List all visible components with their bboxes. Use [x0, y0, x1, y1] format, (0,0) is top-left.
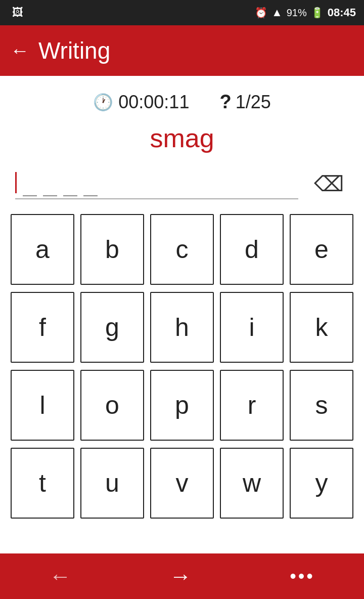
status-icons: ⏰ ▲ 91% 🔋 08:45	[255, 6, 356, 19]
key-y[interactable]: y	[290, 448, 353, 519]
battery-icon: 🔋	[311, 7, 324, 19]
question-section: ? 1/25	[219, 91, 270, 113]
status-bar: 🖼 ⏰ ▲ 91% 🔋 08:45	[0, 0, 364, 25]
dash-4	[83, 186, 98, 196]
key-o[interactable]: o	[80, 370, 144, 441]
timer-value: 00:00:11	[118, 92, 189, 113]
nav-forward-icon: →	[169, 564, 192, 589]
key-v[interactable]: v	[150, 448, 214, 519]
key-row-3: l o p r s	[8, 370, 356, 441]
question-progress: 1/25	[236, 92, 271, 113]
nav-more-button[interactable]: •••	[290, 566, 315, 587]
nav-back-icon: ←	[49, 564, 71, 589]
clock-icon: 🕐	[93, 93, 113, 112]
battery-text: 91%	[287, 7, 307, 19]
time-display: 08:45	[328, 6, 356, 19]
key-u[interactable]: u	[80, 448, 144, 519]
key-c[interactable]: c	[150, 214, 214, 285]
nav-more-icon: •••	[290, 566, 315, 587]
timer-section: 🕐 00:00:11	[93, 92, 189, 113]
dash-1	[23, 186, 37, 196]
key-i[interactable]: i	[220, 292, 284, 363]
alarm-icon: ⏰	[255, 7, 267, 19]
key-t[interactable]: t	[11, 448, 74, 519]
key-s[interactable]: s	[290, 370, 353, 441]
word-display: smag	[0, 123, 364, 153]
bottom-nav: ← → •••	[0, 553, 364, 599]
key-a[interactable]: a	[11, 214, 74, 285]
app-bar: ← Writing	[0, 25, 364, 76]
key-f[interactable]: f	[11, 292, 74, 363]
key-row-1: a b c d e	[8, 214, 356, 285]
image-icon: 🖼	[12, 6, 23, 19]
word-text: smag	[150, 123, 214, 153]
dash-3	[63, 186, 77, 196]
key-w[interactable]: w	[220, 448, 284, 519]
nav-forward-button[interactable]: →	[169, 564, 192, 589]
dash-2	[43, 186, 57, 196]
key-e[interactable]: e	[290, 214, 353, 285]
cursor	[15, 172, 17, 193]
key-p[interactable]: p	[150, 370, 214, 441]
key-row-4: t u v w y	[8, 448, 356, 519]
question-icon: ?	[219, 91, 231, 113]
key-l[interactable]: l	[11, 370, 74, 441]
key-r[interactable]: r	[220, 370, 284, 441]
backspace-icon: ⌫	[314, 172, 344, 196]
answer-input-container	[15, 166, 298, 201]
back-button[interactable]: ←	[10, 41, 29, 60]
key-h[interactable]: h	[150, 292, 214, 363]
backspace-button[interactable]: ⌫	[308, 168, 349, 199]
timer-row: 🕐 00:00:11 ? 1/25	[0, 91, 364, 113]
keyboard-area: a b c d e f g h i k l o p r s t u v w y	[8, 214, 356, 519]
key-k[interactable]: k	[290, 292, 353, 363]
key-g[interactable]: g	[80, 292, 144, 363]
key-row-2: f g h i k	[8, 292, 356, 363]
status-left: 🖼	[8, 6, 250, 19]
answer-area: ⌫	[15, 163, 349, 204]
signal-icon: ▲	[271, 6, 283, 19]
key-d[interactable]: d	[220, 214, 284, 285]
nav-back-button[interactable]: ←	[49, 564, 71, 589]
app-title: Writing	[38, 37, 110, 64]
key-b[interactable]: b	[80, 214, 144, 285]
